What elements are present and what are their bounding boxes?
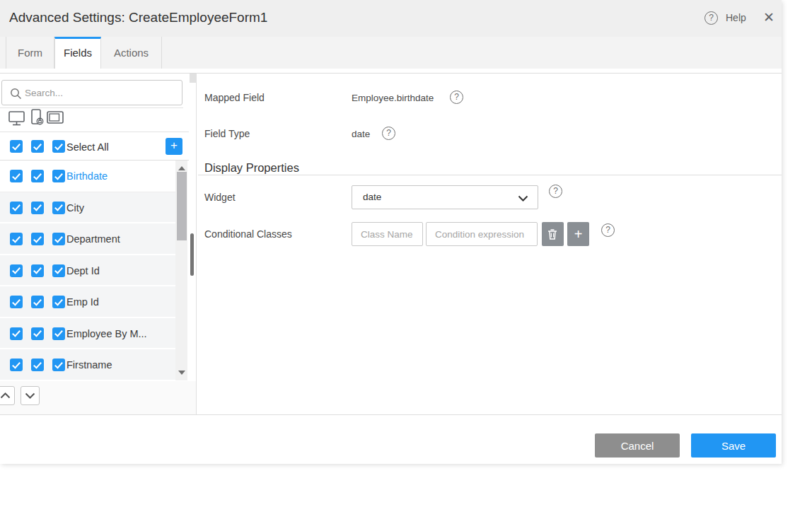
desktop-checkbox[interactable] — [10, 296, 23, 308]
mobile-icon — [30, 109, 45, 127]
conditional-classes-label: Conditional Classes — [204, 228, 292, 240]
field-list-item[interactable]: Department — [0, 223, 175, 255]
field-search — [1, 80, 182, 105]
field-label: Firstname — [66, 359, 112, 371]
chevron-down-icon — [25, 392, 35, 399]
field-list-item[interactable]: Employee By M... — [0, 318, 175, 350]
mobile-checkbox[interactable] — [31, 264, 44, 277]
trash-icon — [547, 228, 557, 240]
widget-select-value: date — [363, 192, 381, 202]
tablet-checkbox[interactable] — [52, 233, 65, 245]
mobile-checkbox[interactable] — [31, 359, 44, 371]
field-list-scrollbar — [175, 161, 187, 380]
panel-divider — [196, 73, 197, 414]
field-label: Employee By M... — [66, 328, 147, 339]
mapped-field-label: Mapped Field — [204, 92, 265, 103]
dialog-footer: Cancel Save — [0, 414, 782, 464]
desktop-icon — [8, 111, 25, 127]
mapped-field-value: Employee.birthdate — [352, 93, 434, 103]
tablet-checkbox[interactable] — [52, 264, 65, 277]
widget-help-icon[interactable] — [549, 185, 562, 198]
tab-actions[interactable]: Actions — [101, 37, 162, 69]
divider — [0, 107, 183, 108]
condition-expression-input[interactable] — [426, 222, 538, 246]
widget-label: Widget — [204, 192, 236, 203]
field-list-item[interactable]: Birthdate — [0, 161, 175, 192]
mobile-checkbox[interactable] — [31, 202, 44, 214]
field-label: Emp Id — [66, 296, 99, 308]
sidebar-scrollbar-thumb[interactable] — [190, 233, 194, 276]
move-up-button[interactable] — [0, 386, 15, 405]
cancel-button[interactable]: Cancel — [595, 433, 680, 458]
mapped-field-help-icon[interactable] — [450, 91, 463, 104]
field-list-item[interactable]: Dept Id — [0, 255, 175, 287]
field-type-value: date — [352, 129, 370, 139]
field-type-label: Field Type — [204, 128, 250, 139]
tab-fields[interactable]: Fields — [54, 37, 101, 69]
field-list: Birthdate City Department Dept Id Emp Id — [0, 161, 175, 381]
tablet-checkbox[interactable] — [52, 327, 65, 340]
display-properties-title: Display Properties — [204, 161, 299, 175]
reorder-controls — [0, 381, 196, 414]
field-list-item[interactable]: Firstname — [0, 349, 175, 381]
field-type-help-icon[interactable] — [382, 127, 395, 140]
tablet-icon — [47, 111, 64, 124]
field-list-item[interactable]: Emp Id — [0, 286, 175, 318]
chevron-up-icon — [0, 392, 11, 399]
select-all-row: Select All — [0, 132, 189, 161]
dialog-titlebar: Advanced Settings: CreateEmployeeForm1 H… — [0, 0, 782, 37]
delete-condition-button[interactable] — [542, 222, 564, 246]
desktop-checkbox[interactable] — [10, 233, 23, 245]
scroll-down-arrow-icon[interactable] — [178, 371, 185, 375]
save-button[interactable]: Save — [691, 433, 776, 458]
select-all-mobile-checkbox[interactable] — [31, 140, 44, 153]
field-label: Department — [66, 233, 120, 245]
tab-bar: Form Fields Actions — [0, 37, 782, 69]
field-label: City — [66, 202, 84, 214]
chevron-down-icon — [518, 195, 528, 202]
scroll-up-arrow-icon[interactable] — [178, 166, 185, 170]
help-icon[interactable] — [704, 11, 718, 25]
search-input[interactable] — [25, 81, 179, 104]
select-all-desktop-checkbox[interactable] — [10, 140, 23, 153]
desktop-checkbox[interactable] — [10, 359, 23, 371]
scrollbar-thumb[interactable] — [177, 172, 187, 240]
desktop-checkbox[interactable] — [10, 202, 23, 214]
mobile-checkbox[interactable] — [31, 327, 44, 340]
mobile-checkbox[interactable] — [31, 233, 44, 245]
class-name-input[interactable] — [352, 222, 423, 246]
mobile-checkbox[interactable] — [31, 170, 44, 182]
desktop-checkbox[interactable] — [10, 170, 23, 182]
search-icon — [10, 88, 22, 100]
tablet-checkbox[interactable] — [52, 202, 65, 214]
desktop-checkbox[interactable] — [10, 327, 23, 340]
field-list-item[interactable]: City — [0, 192, 175, 224]
desktop-checkbox[interactable] — [10, 264, 23, 277]
advanced-settings-dialog: Advanced Settings: CreateEmployeeForm1 H… — [0, 0, 782, 464]
help-label[interactable]: Help — [726, 12, 746, 23]
dialog-title: Advanced Settings: CreateEmployeeForm1 — [9, 10, 267, 25]
tab-form[interactable]: Form — [6, 37, 54, 69]
add-condition-button[interactable] — [567, 222, 589, 246]
select-all-label: Select All — [66, 141, 109, 153]
close-icon[interactable]: ✕ — [763, 9, 775, 25]
tablet-checkbox[interactable] — [52, 170, 65, 182]
add-field-button[interactable] — [166, 138, 182, 155]
field-label: Birthdate — [66, 170, 108, 182]
mobile-checkbox[interactable] — [31, 296, 44, 308]
field-label: Dept Id — [66, 265, 100, 276]
tablet-checkbox[interactable] — [52, 296, 65, 308]
widget-select[interactable]: date — [352, 185, 538, 209]
sidebar-scrollbar-cap — [190, 74, 196, 83]
conditional-classes-help-icon[interactable] — [601, 223, 615, 237]
select-all-tablet-checkbox[interactable] — [52, 140, 65, 153]
move-down-button[interactable] — [21, 386, 40, 405]
section-divider — [198, 175, 782, 175]
tablet-checkbox[interactable] — [52, 359, 65, 371]
